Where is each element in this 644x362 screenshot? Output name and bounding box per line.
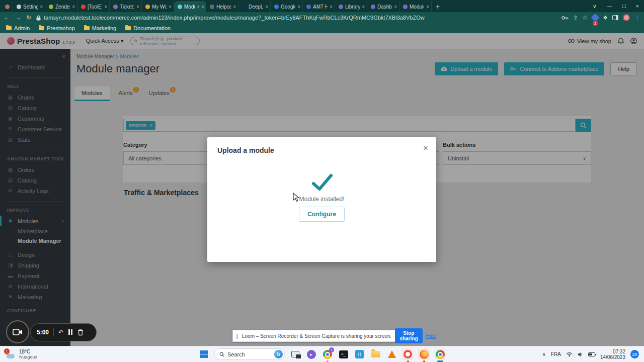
hidden-icons-chevron[interactable]: ∧ [542,351,546,357]
clock[interactable]: 07:32 14/06/2023 [600,349,625,360]
taskbar-search[interactable]: Search b [214,348,285,360]
deepl-favicon [242,5,247,9]
docs-favicon [274,5,279,9]
extensions-puzzle-icon[interactable]: ❖ [603,15,608,21]
profile-avatar[interactable] [623,14,630,21]
chat-app-button[interactable]: ▸ [305,348,317,360]
browser-tab-dashboard[interactable]: Dashboard× [367,1,399,12]
browser-tab-mywork[interactable]: My Work× [142,1,174,12]
vscode-button[interactable]: ⟨⟩ [354,348,365,360]
url-text: tamsyn.moduletest.toolecommerce.com/admi… [44,15,425,21]
folder-icon [84,26,90,30]
tab-close-icon[interactable]: × [104,4,107,10]
language-indicator[interactable]: FRA [551,351,561,357]
screen-share-bar: ∥ Loom – Screen Recorder & Screen Captur… [232,330,409,342]
tab-close-icon[interactable]: × [169,4,172,10]
configure-button[interactable]: Configure [299,207,345,222]
mouse-cursor [293,193,300,203]
browser-tab-library[interactable]: Library | Lo× [335,1,367,12]
weather-cloud-icon: 1 [5,350,16,358]
tab-close-icon[interactable]: × [201,4,204,10]
kebab-menu-icon[interactable]: ⋮ [634,15,640,21]
tab-search-chevron-icon[interactable]: ∨ [588,0,602,12]
modal-close-icon[interactable]: × [423,143,428,153]
browser-tab-zendesk[interactable]: Zendesk A× [45,1,77,12]
window-maximize-icon[interactable]: □ [617,0,631,12]
browser-tab-amthelp[interactable]: AMT Help× [303,1,335,12]
key-icon[interactable] [561,16,569,20]
browser-tab-ticket[interactable]: Ticket: Bug× [110,1,142,12]
terminal-button[interactable]: >_ [338,348,349,360]
bookmark-folder-marketing[interactable]: Marketing [84,25,116,31]
tab-close-icon[interactable]: × [72,4,75,10]
back-icon[interactable]: ← [4,14,10,21]
modal-title: Upload a module [207,137,436,154]
volume-icon[interactable] [578,352,583,357]
battery-icon[interactable] [588,352,595,356]
window-minimize-icon[interactable]: — [602,0,617,12]
split-view-icon[interactable] [612,15,618,20]
extension-icon[interactable]: 2 [591,14,600,22]
browser-tab-settings[interactable]: Settings - P× [13,1,45,12]
wifi-icon[interactable] [566,352,573,357]
chrome-active-button[interactable] [434,348,446,360]
task-view-icon [291,351,299,357]
tab-close-icon[interactable]: × [394,4,397,10]
start-button[interactable] [198,348,210,360]
tab-audio-icon[interactable]: ♪ [197,4,200,9]
delete-recording-icon[interactable] [77,329,84,336]
stop-sharing-button[interactable]: Stop sharing [395,328,422,343]
weather-widget[interactable]: 1 18°C Nuageux [5,349,37,359]
browser-tab-deepl[interactable]: DeepL Tran× [238,1,271,12]
address-bar[interactable]: tamsyn.moduletest.toolecommerce.com/admi… [36,15,556,21]
restart-recording-icon[interactable]: ↶ [58,329,63,336]
gmail-favicon [81,5,86,9]
browser-tab-pinned[interactable] [0,1,13,12]
browser-tab-module-active[interactable]: Modul♪× [174,1,206,12]
reload-icon[interactable]: ↻ [26,14,31,21]
windows-taskbar: 1 18°C Nuageux Search b ▸ T >_ ⟨⟩ ∧ FRA … [0,346,644,362]
chrome-profile-button[interactable]: T [321,348,333,360]
tab-close-icon[interactable]: × [330,4,333,10]
tab-close-icon[interactable]: × [233,4,236,10]
folder-icon [6,26,12,30]
hide-link[interactable]: Hide [426,333,437,339]
bing-icon[interactable]: b [274,350,283,358]
share-icon[interactable]: ⇪ [573,15,578,21]
notification-count-badge[interactable]: 20 [630,350,639,358]
loom-camera-button[interactable] [6,320,29,343]
loom-app-button[interactable] [402,348,414,360]
bookmark-folder-prestashop[interactable]: Prestashop [39,25,75,31]
mywork-favicon [145,5,150,9]
browser-tab-googledocs[interactable]: Google Do× [271,1,303,12]
file-explorer-button[interactable] [370,348,381,360]
task-view-button[interactable] [289,348,301,360]
pause-recording-icon[interactable] [68,328,73,337]
firefox-button[interactable] [418,348,430,360]
tab-close-icon[interactable]: × [362,4,365,10]
bookmark-folder-documentation[interactable]: Documentation [125,25,171,31]
new-tab-button[interactable]: + [436,3,440,11]
tab-close-icon[interactable]: × [40,4,43,10]
bookmark-folder-admin[interactable]: Admin [6,25,30,31]
vlc-button[interactable] [386,348,397,360]
browser-tab-modulema[interactable]: Module ma× [399,1,432,12]
dashboard-favicon [371,5,375,9]
drag-handle-icon[interactable]: ∥ [236,333,238,339]
window-close-icon[interactable]: × [631,0,644,12]
folder-icon [371,351,380,357]
tab-close-icon[interactable]: × [426,4,429,10]
share-message: Loom – Screen Recorder & Screen Capture … [242,333,391,339]
pinned-tab-favicon [5,5,10,9]
firefox-icon [420,350,429,359]
extension-badge: 2 [593,21,598,26]
browser-tab-gmail[interactable]: [ToolE] Con× [77,1,110,12]
tab-close-icon[interactable]: × [265,4,268,10]
tab-close-icon[interactable]: × [297,4,300,10]
loom-control-pill: 5:00 ↶ [30,323,97,341]
tab-close-icon[interactable]: × [136,4,139,10]
forward-icon[interactable]: → [15,14,21,21]
browser-tab-helpcenter[interactable]: Helpcenter× [206,1,238,12]
bookmark-star-icon[interactable]: ☆ [582,14,588,21]
globe-favicon [210,5,214,9]
